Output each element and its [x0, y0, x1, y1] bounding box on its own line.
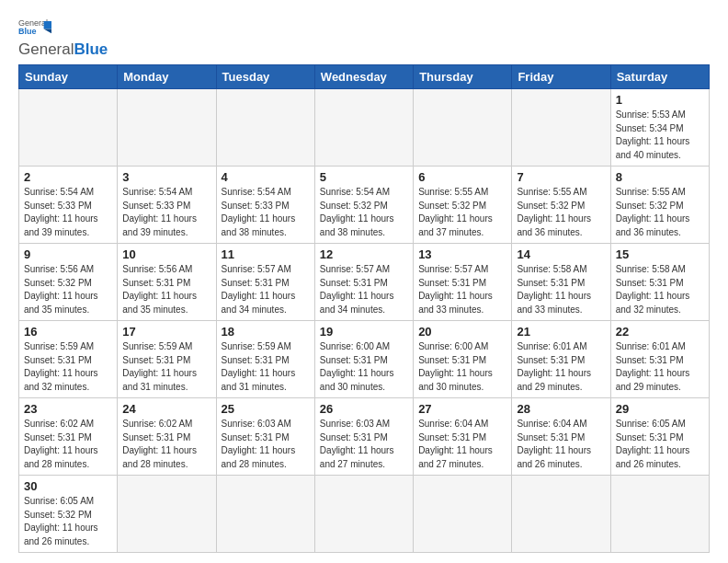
calendar-cell: 21Sunrise: 6:01 AM Sunset: 5:31 PM Dayli…	[512, 321, 610, 398]
calendar-cell: 24Sunrise: 6:02 AM Sunset: 5:31 PM Dayli…	[118, 398, 216, 476]
day-number: 22	[616, 325, 704, 339]
calendar-cell	[414, 476, 512, 553]
day-info: Sunrise: 5:59 AM Sunset: 5:31 PM Dayligh…	[222, 340, 310, 394]
day-info: Sunrise: 5:54 AM Sunset: 5:33 PM Dayligh…	[24, 186, 112, 239]
day-number: 16	[24, 325, 112, 339]
calendar-cell: 30Sunrise: 6:05 AM Sunset: 5:32 PM Dayli…	[19, 476, 118, 553]
calendar-cell	[314, 89, 413, 167]
day-info: Sunrise: 5:59 AM Sunset: 5:31 PM Dayligh…	[122, 340, 210, 394]
day-info: Sunrise: 5:55 AM Sunset: 5:32 PM Dayligh…	[616, 186, 704, 239]
calendar-cell: 11Sunrise: 5:57 AM Sunset: 5:31 PM Dayli…	[216, 244, 314, 321]
day-info: Sunrise: 6:05 AM Sunset: 5:31 PM Dayligh…	[616, 418, 704, 471]
day-info: Sunrise: 6:00 AM Sunset: 5:31 PM Dayligh…	[320, 340, 408, 394]
calendar-cell: 25Sunrise: 6:03 AM Sunset: 5:31 PM Dayli…	[216, 398, 314, 476]
calendar-cell	[512, 89, 610, 167]
day-info: Sunrise: 6:03 AM Sunset: 5:31 PM Dayligh…	[320, 418, 408, 471]
day-number: 10	[122, 247, 210, 261]
day-number: 27	[418, 402, 506, 416]
calendar-cell: 29Sunrise: 6:05 AM Sunset: 5:31 PM Dayli…	[610, 398, 709, 476]
day-number: 8	[616, 170, 704, 184]
day-info: Sunrise: 5:55 AM Sunset: 5:32 PM Dayligh…	[517, 186, 605, 239]
day-number: 14	[517, 247, 605, 261]
calendar-row: 2Sunrise: 5:54 AM Sunset: 5:33 PM Daylig…	[19, 167, 710, 244]
calendar-cell: 14Sunrise: 5:58 AM Sunset: 5:31 PM Dayli…	[512, 244, 610, 321]
calendar-cell: 7Sunrise: 5:55 AM Sunset: 5:32 PM Daylig…	[512, 167, 610, 244]
day-info: Sunrise: 6:03 AM Sunset: 5:31 PM Dayligh…	[222, 418, 310, 471]
calendar-row: 30Sunrise: 6:05 AM Sunset: 5:32 PM Dayli…	[19, 476, 710, 553]
calendar-row: 16Sunrise: 5:59 AM Sunset: 5:31 PM Dayli…	[19, 321, 710, 398]
day-info: Sunrise: 5:55 AM Sunset: 5:32 PM Dayligh…	[418, 186, 506, 239]
calendar-cell: 20Sunrise: 6:00 AM Sunset: 5:31 PM Dayli…	[414, 321, 512, 398]
day-info: Sunrise: 6:04 AM Sunset: 5:31 PM Dayligh…	[517, 418, 605, 471]
calendar-cell	[216, 89, 314, 167]
calendar-cell: 10Sunrise: 5:56 AM Sunset: 5:31 PM Dayli…	[118, 244, 216, 321]
weekday-header-wednesday: Wednesday	[314, 65, 413, 89]
day-number: 7	[517, 170, 605, 184]
calendar-cell: 8Sunrise: 5:55 AM Sunset: 5:32 PM Daylig…	[610, 167, 709, 244]
calendar-cell: 28Sunrise: 6:04 AM Sunset: 5:31 PM Dayli…	[512, 398, 610, 476]
day-number: 15	[616, 247, 704, 261]
calendar-cell: 1Sunrise: 5:53 AM Sunset: 5:34 PM Daylig…	[610, 89, 709, 167]
calendar-cell: 3Sunrise: 5:54 AM Sunset: 5:33 PM Daylig…	[118, 167, 216, 244]
logo: General Blue GeneralBlue	[18, 15, 108, 59]
day-number: 18	[222, 325, 310, 339]
calendar-cell: 16Sunrise: 5:59 AM Sunset: 5:31 PM Dayli…	[19, 321, 118, 398]
weekday-header-row: SundayMondayTuesdayWednesdayThursdayFrid…	[19, 65, 710, 89]
generalblue-logo-icon: General Blue	[18, 17, 51, 37]
day-number: 4	[222, 170, 310, 184]
calendar-row: 9Sunrise: 5:56 AM Sunset: 5:32 PM Daylig…	[19, 244, 710, 321]
calendar-row: 23Sunrise: 6:02 AM Sunset: 5:31 PM Dayli…	[19, 398, 710, 476]
weekday-header-saturday: Saturday	[610, 65, 709, 89]
day-number: 24	[122, 402, 210, 416]
calendar-cell: 17Sunrise: 5:59 AM Sunset: 5:31 PM Dayli…	[118, 321, 216, 398]
calendar-cell	[118, 476, 216, 553]
calendar-cell: 18Sunrise: 5:59 AM Sunset: 5:31 PM Dayli…	[216, 321, 314, 398]
calendar-cell	[610, 476, 709, 553]
day-info: Sunrise: 6:02 AM Sunset: 5:31 PM Dayligh…	[122, 418, 210, 471]
day-number: 9	[24, 247, 112, 261]
svg-marker-2	[44, 21, 51, 29]
day-number: 20	[418, 325, 506, 339]
day-number: 19	[320, 325, 408, 339]
day-info: Sunrise: 5:56 AM Sunset: 5:32 PM Dayligh…	[24, 263, 112, 316]
svg-text:Blue: Blue	[18, 27, 37, 36]
weekday-header-sunday: Sunday	[19, 65, 118, 89]
calendar-cell: 5Sunrise: 5:54 AM Sunset: 5:32 PM Daylig…	[314, 167, 413, 244]
day-number: 28	[517, 402, 605, 416]
calendar-cell	[414, 89, 512, 167]
day-number: 17	[122, 325, 210, 339]
day-info: Sunrise: 6:01 AM Sunset: 5:31 PM Dayligh…	[517, 340, 605, 394]
day-info: Sunrise: 5:54 AM Sunset: 5:33 PM Dayligh…	[222, 186, 310, 239]
day-info: Sunrise: 5:54 AM Sunset: 5:33 PM Dayligh…	[122, 186, 210, 239]
calendar-cell: 19Sunrise: 6:00 AM Sunset: 5:31 PM Dayli…	[314, 321, 413, 398]
calendar-cell	[19, 89, 118, 167]
page-header: General Blue GeneralBlue	[18, 15, 710, 59]
day-number: 12	[320, 247, 408, 261]
day-number: 6	[418, 170, 506, 184]
calendar-cell: 6Sunrise: 5:55 AM Sunset: 5:32 PM Daylig…	[414, 167, 512, 244]
calendar-table: SundayMondayTuesdayWednesdayThursdayFrid…	[18, 64, 710, 553]
day-info: Sunrise: 5:59 AM Sunset: 5:31 PM Dayligh…	[24, 340, 112, 394]
calendar-cell	[216, 476, 314, 553]
day-number: 1	[616, 93, 704, 107]
calendar-cell	[314, 476, 413, 553]
calendar-row: 1Sunrise: 5:53 AM Sunset: 5:34 PM Daylig…	[19, 89, 710, 167]
calendar-cell: 12Sunrise: 5:57 AM Sunset: 5:31 PM Dayli…	[314, 244, 413, 321]
day-number: 21	[517, 325, 605, 339]
calendar-cell: 26Sunrise: 6:03 AM Sunset: 5:31 PM Dayli…	[314, 398, 413, 476]
day-number: 26	[320, 402, 408, 416]
day-info: Sunrise: 5:53 AM Sunset: 5:34 PM Dayligh…	[616, 109, 704, 162]
day-number: 29	[616, 402, 704, 416]
calendar-cell: 23Sunrise: 6:02 AM Sunset: 5:31 PM Dayli…	[19, 398, 118, 476]
calendar-cell: 2Sunrise: 5:54 AM Sunset: 5:33 PM Daylig…	[19, 167, 118, 244]
svg-text:General: General	[18, 18, 48, 28]
weekday-header-monday: Monday	[118, 65, 216, 89]
calendar-cell: 22Sunrise: 6:01 AM Sunset: 5:31 PM Dayli…	[610, 321, 709, 398]
day-info: Sunrise: 5:57 AM Sunset: 5:31 PM Dayligh…	[320, 263, 408, 316]
day-info: Sunrise: 5:58 AM Sunset: 5:31 PM Dayligh…	[616, 263, 704, 316]
logo-general: General	[18, 40, 74, 58]
day-info: Sunrise: 5:56 AM Sunset: 5:31 PM Dayligh…	[122, 263, 210, 316]
calendar-cell	[118, 89, 216, 167]
day-number: 25	[222, 402, 310, 416]
day-info: Sunrise: 5:57 AM Sunset: 5:31 PM Dayligh…	[418, 263, 506, 316]
